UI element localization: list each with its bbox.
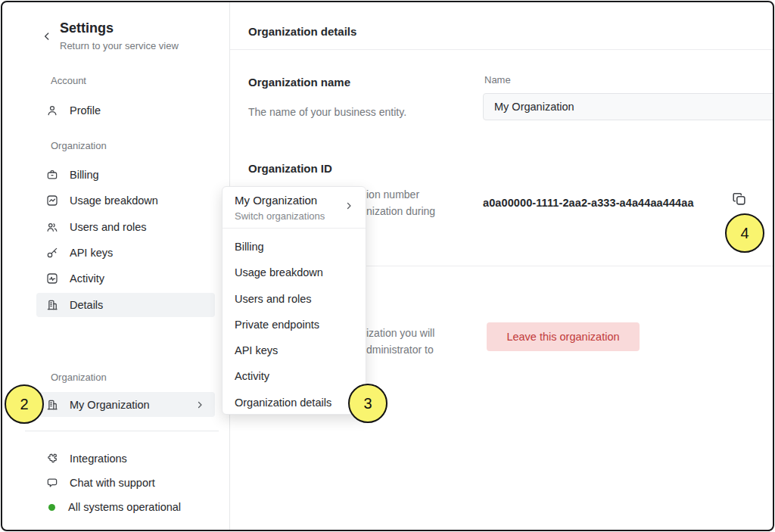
sidebar-item-integrations[interactable]: Integrations: [36, 447, 215, 470]
sidebar-item-label: My Organization: [70, 399, 150, 411]
person-icon: [45, 104, 59, 117]
organization-name-title: Organization name: [248, 76, 350, 89]
sidebar-item-chat-support[interactable]: Chat with support: [36, 471, 215, 494]
chevron-right-icon[interactable]: [344, 201, 353, 210]
sidebar-item-label: Users and roles: [70, 221, 147, 233]
status-green-dot-icon: [48, 504, 55, 511]
header-divider: [230, 49, 774, 50]
dropdown-divider: [223, 228, 366, 229]
organization-dropdown-menu: My Organization Switch organizations Bil…: [222, 186, 366, 415]
organization-id-description-line1: ion number: [366, 188, 419, 201]
sidebar-item-label: Usage breakdown: [70, 194, 158, 207]
key-icon: [45, 246, 59, 260]
sidebar-item-label: Details: [70, 299, 103, 311]
organization-section-label: Organization: [51, 140, 107, 151]
organization-id-value: a0a00000-1111-2aa2-a333-a4a44aa444aa: [483, 197, 694, 209]
organization-id-title: Organization ID: [248, 162, 332, 175]
sidebar-item-system-status[interactable]: All systems operational: [36, 496, 215, 518]
dropdown-org-subtitle: Switch organizations: [235, 210, 325, 222]
sidebar-item-profile[interactable]: Profile: [36, 98, 215, 123]
sidebar-item-users-and-roles[interactable]: Users and roles: [36, 215, 215, 239]
dropdown-item-billing[interactable]: Billing: [223, 234, 366, 260]
sidebar-item-label: Billing: [70, 169, 99, 181]
sidebar-item-details[interactable]: Details: [36, 293, 215, 317]
sidebar-item-label: Profile: [70, 104, 101, 117]
sidebar-footer-divider: [25, 431, 219, 431]
status-label: All systems operational: [68, 501, 181, 513]
dropdown-item-organization-details[interactable]: Organization details: [223, 390, 366, 415]
callout-badge-2: 2: [5, 384, 44, 424]
account-section-label: Account: [51, 75, 86, 86]
usage-chart-icon: [45, 194, 59, 207]
back-chevron-icon[interactable]: [42, 31, 52, 42]
leave-organization-button[interactable]: Leave this organization: [487, 322, 640, 351]
users-icon: [45, 220, 59, 234]
sidebar-item-api-keys[interactable]: API keys: [36, 241, 215, 265]
dropdown-item-private-endpoints[interactable]: Private endpoints: [223, 312, 366, 338]
sidebar-item-usage-breakdown[interactable]: Usage breakdown: [36, 188, 215, 213]
building-icon: [45, 398, 59, 412]
dropdown-item-usage-breakdown[interactable]: Usage breakdown: [223, 260, 366, 285]
dropdown-item-users-and-roles[interactable]: Users and roles: [223, 286, 366, 312]
activity-icon: [45, 272, 59, 285]
building-icon: [45, 298, 59, 312]
billing-icon: [45, 168, 59, 182]
sidebar-item-label: Chat with support: [70, 477, 155, 489]
organization-id-description-line2: nization during: [366, 205, 435, 217]
sidebar-item-billing[interactable]: Billing: [36, 163, 215, 187]
organization-section-label-2: Organization: [51, 372, 107, 383]
organization-name-description: The name of your business entity.: [248, 106, 406, 118]
chat-bubble-icon: [45, 476, 59, 490]
puzzle-icon: [45, 452, 59, 465]
name-field-label: Name: [484, 74, 511, 86]
sidebar-item-label: Activity: [70, 272, 104, 285]
settings-title: Settings: [60, 20, 114, 36]
app-window: Settings Return to your service view Acc…: [1, 1, 774, 531]
dropdown-org-name[interactable]: My Organization: [235, 194, 317, 207]
chevron-right-icon: [195, 400, 204, 409]
copy-icon[interactable]: [731, 191, 748, 207]
dropdown-item-api-keys[interactable]: API keys: [223, 338, 366, 363]
leave-description-line2: dministrator to: [366, 344, 434, 356]
sidebar-item-label: Integrations: [70, 453, 127, 465]
callout-badge-3: 3: [348, 384, 388, 423]
page-title: Organization details: [248, 25, 356, 38]
leave-description-line1: ization you will: [366, 327, 434, 339]
callout-badge-4: 4: [725, 213, 764, 253]
organization-name-input[interactable]: [483, 93, 774, 120]
sidebar-item-label: API keys: [70, 247, 113, 259]
sidebar-item-my-organization[interactable]: My Organization: [36, 392, 215, 417]
sidebar-item-activity[interactable]: Activity: [36, 266, 215, 291]
dropdown-item-activity[interactable]: Activity: [223, 363, 366, 389]
settings-subtitle[interactable]: Return to your service view: [60, 40, 179, 51]
